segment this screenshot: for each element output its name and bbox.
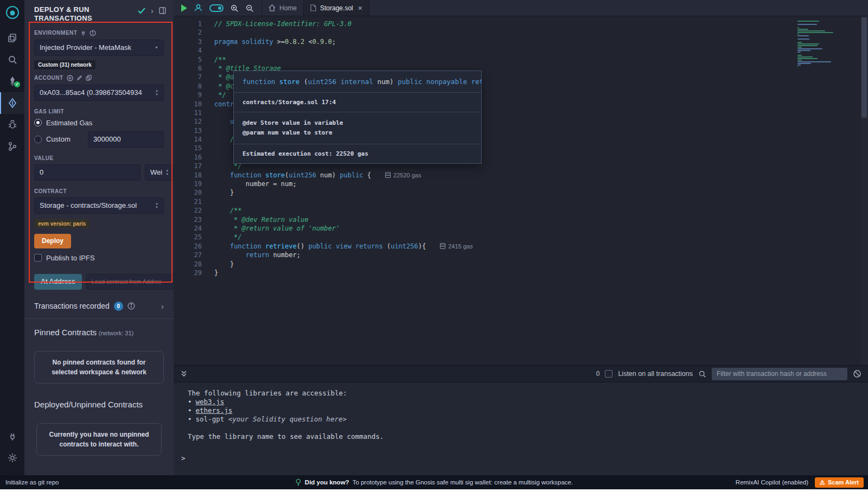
code-line[interactable]: 18 function store(uint256 num) public {2… <box>174 171 868 180</box>
code-line[interactable]: 28 } <box>174 260 868 269</box>
contract-select[interactable]: Storage - contracts/Storage.sol ▲▼ <box>34 197 164 214</box>
contract-value: Storage - contracts/Storage.sol <box>40 201 152 209</box>
code-line[interactable]: 26 function retrieve() public view retur… <box>174 242 868 251</box>
search-icon[interactable] <box>698 370 706 378</box>
code-line[interactable]: 4 <box>174 46 868 55</box>
search-icon[interactable] <box>0 49 24 71</box>
terminal[interactable]: The following libraries are accessible:•… <box>174 382 868 475</box>
code-line[interactable]: 19 number = num; <box>174 180 868 188</box>
ai-toggle[interactable] <box>209 4 224 12</box>
listen-transactions-checkbox[interactable] <box>605 370 612 378</box>
zoom-out-icon[interactable] <box>245 4 254 12</box>
editor-scrollbar[interactable] <box>860 16 868 381</box>
line-number: 11 <box>174 108 202 117</box>
code-line[interactable]: 25 */ <box>174 233 868 241</box>
tip-text: To prototype using the Gnosis safe multi… <box>353 479 573 486</box>
transactions-expand-icon[interactable]: › <box>161 302 164 310</box>
code-line[interactable]: 3pragma solidity >=0.8.2 <0.9.0; <box>174 37 868 46</box>
copilot-icon[interactable] <box>194 3 203 12</box>
value-input[interactable] <box>34 164 141 181</box>
listen-transactions-label: Listen on all transactions <box>618 370 693 378</box>
add-account-icon[interactable] <box>67 75 73 81</box>
value-unit-select[interactable]: Wei ▲▼ <box>145 164 174 181</box>
minimap-line <box>797 65 801 66</box>
code-text <box>202 28 214 37</box>
chevron-down-icon: ▼ <box>155 46 158 49</box>
stepper-icon: ▲▼ <box>165 169 169 176</box>
custom-gas-input[interactable] <box>88 131 164 148</box>
terminal-link[interactable]: ethers.js <box>196 406 233 414</box>
file-explorer-icon[interactable] <box>0 27 24 49</box>
copy-account-icon[interactable] <box>86 75 92 81</box>
minimap-line <box>797 43 819 44</box>
line-number: 21 <box>174 197 202 206</box>
code-line[interactable]: 27 return number; <box>174 251 868 259</box>
custom-gas-radio[interactable] <box>34 136 42 143</box>
code-line[interactable]: 21 <box>174 197 868 206</box>
code-line[interactable]: 29} <box>174 269 868 277</box>
status-bar: Initialize as git repo Did you know? To … <box>0 475 868 489</box>
run-script-icon[interactable] <box>181 4 187 12</box>
code-line[interactable]: 5/** <box>174 55 868 64</box>
transaction-filter-input[interactable] <box>712 368 847 380</box>
minimap-line <box>797 56 813 58</box>
settings-icon[interactable] <box>0 447 24 469</box>
value-label: VALUE <box>34 155 54 161</box>
minimap[interactable] <box>797 21 854 68</box>
gas-estimate-badge: 22520 gas <box>385 172 421 178</box>
clear-console-icon[interactable] <box>853 369 861 378</box>
terminal-prompt[interactable]: > <box>181 454 868 463</box>
tab-storage-sol[interactable]: Storage.sol × <box>304 0 369 16</box>
gas-limit-label: GAS LIMIT <box>34 108 64 114</box>
code-line[interactable]: 1// SPDX-License-Identifier: GPL-3.0 <box>174 20 868 28</box>
code-line[interactable]: 22 /** <box>174 206 868 215</box>
at-address-input[interactable] <box>86 274 174 290</box>
info-icon[interactable] <box>127 302 135 310</box>
terminal-link[interactable]: web3.js <box>196 398 225 406</box>
panel-expand-icon[interactable]: › <box>151 7 154 15</box>
line-number: 17 <box>174 162 202 170</box>
publish-ipfs-label: Publish to IPFS <box>46 254 95 262</box>
code-line[interactable]: 24 * @return value of 'number' <box>174 224 868 233</box>
account-select[interactable]: 0xA03...85ac4 (0.398673504934 ▲▼ <box>34 85 164 101</box>
expand-terminal-icon[interactable] <box>180 370 188 378</box>
git-init-label[interactable]: Initialize as git repo <box>0 479 59 486</box>
line-number: 2 <box>174 28 202 37</box>
line-number: 3 <box>174 37 202 46</box>
environment-select[interactable]: Injected Provider - MetaMask ▼ <box>34 40 164 56</box>
deploy-button[interactable]: Deploy <box>34 234 71 248</box>
minimap-line <box>797 48 822 49</box>
plug-icon[interactable] <box>80 30 86 36</box>
terminal-line: •web3.js <box>188 398 868 406</box>
code-editor[interactable]: 1// SPDX-License-Identifier: GPL-3.023pr… <box>174 16 868 381</box>
at-address-button[interactable]: At Address <box>34 274 82 290</box>
line-number: 26 <box>174 242 202 251</box>
solidity-compiler-icon[interactable]: ✓ <box>0 71 24 92</box>
edit-account-icon[interactable] <box>76 75 82 81</box>
code-line[interactable]: 2 <box>174 28 868 37</box>
tab-home[interactable]: Home <box>262 0 304 16</box>
code-text: } <box>202 260 234 269</box>
remix-logo[interactable] <box>3 3 22 22</box>
close-tab-icon[interactable]: × <box>358 4 362 12</box>
minimap-line <box>797 42 802 43</box>
scam-alert-button[interactable]: ⚠Scam Alert <box>815 477 864 488</box>
zoom-in-icon[interactable] <box>230 4 239 12</box>
code-line[interactable]: 23 * @dev Return value <box>174 215 868 224</box>
line-number: 29 <box>174 269 202 277</box>
line-number: 22 <box>174 206 202 215</box>
code-text: * @return value of 'number' <box>202 224 340 233</box>
deploy-run-icon[interactable] <box>0 92 24 114</box>
scrollbar-thumb[interactable] <box>861 17 867 118</box>
estimated-gas-radio[interactable] <box>34 119 42 126</box>
git-icon[interactable] <box>0 136 24 157</box>
debugger-icon[interactable] <box>0 114 24 136</box>
copilot-status-label[interactable]: RemixAI Copilot (enabled) <box>736 479 808 486</box>
plugin-manager-icon[interactable] <box>0 425 24 447</box>
info-icon[interactable] <box>90 30 96 36</box>
publish-ipfs-checkbox[interactable] <box>34 254 42 261</box>
code-line[interactable]: 20 } <box>174 188 868 197</box>
terminal-toolbar: 0 Listen on all transactions <box>174 365 868 382</box>
tooltip-location: contracts/Storage.sol 17:4 <box>234 92 481 112</box>
pin-panel-icon[interactable] <box>159 7 166 14</box>
